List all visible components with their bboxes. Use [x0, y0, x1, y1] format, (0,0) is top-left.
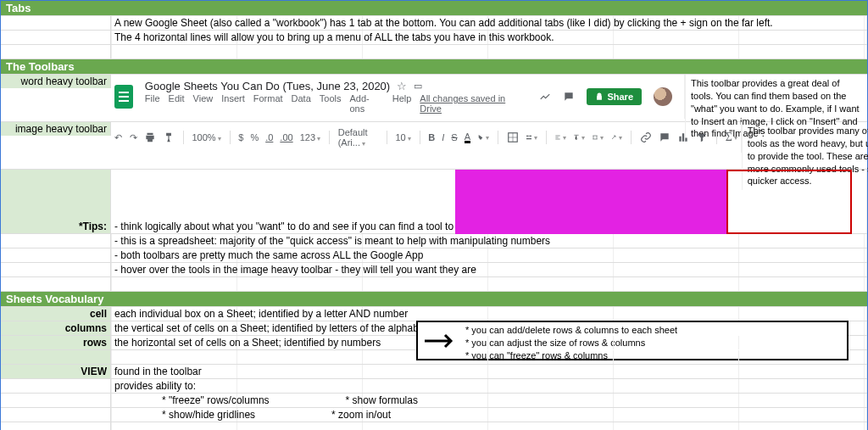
table-row: * "freeze" rows/columns * show formulas — [1, 394, 867, 408]
table-row: * show/hide gridlines * zoom in/out — [1, 408, 867, 422]
body-cell: - think logically about what you "want" … — [111, 170, 867, 233]
table-row: rows the horizontal set of cells on a Sh… — [1, 336, 867, 350]
share-label: Share — [607, 92, 633, 102]
body-cell: - this is a spreadsheet: majority of the… — [111, 234, 867, 248]
text: - this is a spreadsheet: majority of the… — [114, 235, 550, 247]
section-header-vocab: Sheets Vocabulary — [1, 292, 867, 307]
red-outline-highlight — [726, 170, 852, 234]
redo-icon[interactable]: ↷ — [129, 131, 136, 143]
menu-format[interactable]: Format — [253, 93, 283, 114]
body-cell: The 4 horizontal lines will allow you to… — [111, 31, 867, 44]
body-cell: each individual box on a Sheet; identifi… — [111, 307, 867, 321]
increase-decimal-button[interactable]: .00 — [280, 132, 292, 142]
body-cell: provides ability to: — [111, 379, 867, 393]
table-row: - hover over the tools in the image heav… — [1, 263, 867, 277]
percent-button[interactable]: % — [250, 132, 259, 142]
table-row: cell each individual box on a Sheet; ide… — [1, 307, 867, 321]
paint-format-icon[interactable] — [163, 131, 175, 143]
save-status: All changes saved in Drive — [420, 93, 527, 114]
label-text: rows — [83, 337, 107, 349]
row-label: rows — [1, 336, 111, 349]
text: found in the toolbar — [114, 366, 202, 377]
table-row — [1, 45, 867, 59]
menu-data[interactable]: Data — [292, 93, 311, 114]
empty-cell — [1, 422, 111, 430]
chart-icon[interactable] — [677, 131, 689, 143]
text-color-button[interactable]: A — [465, 132, 470, 143]
empty-cell — [1, 277, 111, 291]
row-label: columns — [1, 321, 111, 335]
filter-icon[interactable] — [696, 131, 708, 143]
spreadsheet-document: Tabs A new Google Sheet (also called a "… — [0, 0, 868, 430]
empty-cell — [1, 45, 111, 59]
text: - both toolbars are pretty much the same… — [114, 249, 423, 261]
section-header-label: Tabs — [6, 2, 31, 14]
label-text: cell — [90, 308, 107, 320]
strike-button[interactable]: S — [451, 132, 457, 142]
halign-button[interactable] — [554, 131, 566, 143]
menu-edit[interactable]: Edit — [169, 93, 185, 114]
row-label: cell — [1, 307, 111, 321]
text: * zoom in/out — [331, 409, 391, 421]
bold-button[interactable]: B — [428, 132, 435, 142]
empty-cell — [111, 277, 867, 291]
menu-addons[interactable]: Add-ons — [350, 93, 384, 114]
functions-button[interactable]: Σ — [726, 131, 737, 143]
section-header-label: Sheets Vocabulary — [6, 293, 103, 305]
table-row: provides ability to: — [1, 379, 867, 394]
share-button[interactable]: Share — [587, 88, 642, 105]
print-icon[interactable] — [144, 131, 156, 143]
empty-cell — [1, 263, 111, 276]
borders-button[interactable] — [507, 131, 519, 143]
link-icon[interactable] — [640, 131, 652, 143]
undo-icon[interactable]: ↶ — [114, 131, 122, 143]
text: * show formulas — [346, 394, 418, 406]
trend-icon[interactable] — [539, 91, 551, 103]
valign-button[interactable] — [573, 131, 585, 143]
body-cell: * show/hide gridlines * zoom in/out — [111, 408, 867, 422]
avatar[interactable] — [654, 87, 672, 106]
table-row: A new Google Sheet (also called a "workb… — [1, 16, 867, 31]
empty-cell — [1, 16, 111, 30]
empty-cell — [1, 408, 111, 422]
table-row — [1, 422, 867, 430]
decrease-decimal-button[interactable]: .0 — [265, 132, 273, 142]
rotate-button[interactable] — [610, 131, 622, 143]
empty-cell — [111, 350, 867, 364]
label-text: columns — [65, 322, 107, 334]
table-row — [1, 350, 867, 365]
number-format-select[interactable]: 123 — [300, 132, 320, 142]
font-family-select[interactable]: Default (Ari... — [338, 127, 378, 148]
comment-icon[interactable] — [563, 91, 575, 103]
wrap-button[interactable] — [592, 131, 604, 143]
body-cell: - both toolbars are pretty much the same… — [111, 249, 867, 262]
menu-file[interactable]: File — [145, 93, 160, 114]
word-heavy-toolbar-row: word heavy toolbar Google Sheets You Can… — [1, 75, 867, 122]
empty-cell — [1, 350, 111, 364]
table-row: - this is a spreadsheet: majority of the… — [1, 234, 867, 249]
star-icon[interactable]: ☆ — [397, 80, 407, 92]
fill-color-button[interactable] — [477, 131, 489, 143]
italic-button[interactable]: I — [442, 132, 444, 142]
word-heavy-toolbar: Google Sheets You Can Do (Tues, June 23,… — [111, 75, 685, 119]
move-icon[interactable]: ▭ — [414, 81, 422, 92]
body-cell: * "freeze" rows/columns * show formulas — [111, 394, 867, 407]
merge-button[interactable] — [526, 131, 537, 143]
table-row: - both toolbars are pretty much the same… — [1, 249, 867, 263]
lock-icon — [595, 92, 604, 101]
font-size-select[interactable]: 10 — [395, 132, 410, 142]
text: * "freeze" rows/columns — [162, 394, 270, 406]
zoom-select[interactable]: 100% — [192, 132, 220, 142]
currency-button[interactable]: $ — [238, 132, 243, 142]
row-label: image heavy toolbar — [1, 122, 111, 136]
image-heavy-toolbar-row: image heavy toolbar ↶ ↷ 100% $ % .0 .00 … — [1, 122, 867, 170]
menu-view[interactable]: View — [193, 93, 214, 114]
table-row: The 4 horizontal lines will allow you to… — [1, 31, 867, 45]
menu-insert[interactable]: Insert — [221, 93, 245, 114]
empty-cell — [1, 31, 111, 44]
highlight-row: *Tips: - think logically about what you … — [1, 170, 867, 234]
menu-help[interactable]: Help — [392, 93, 412, 114]
image-heavy-toolbar: ↶ ↷ 100% $ % .0 .00 123 Default (Ari... … — [111, 122, 742, 153]
insert-comment-icon[interactable] — [659, 131, 670, 143]
menu-tools[interactable]: Tools — [320, 93, 342, 114]
